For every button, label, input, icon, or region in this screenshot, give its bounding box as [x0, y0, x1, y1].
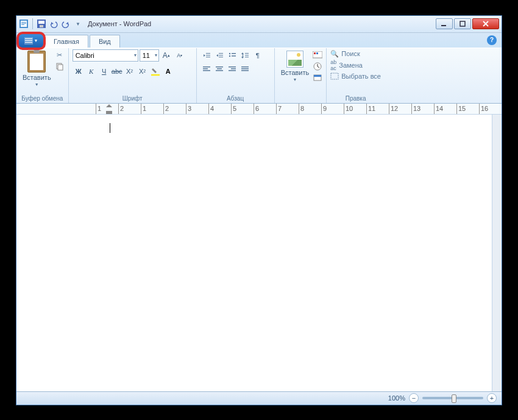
svg-rect-41 — [241, 68, 249, 69]
grow-font-icon[interactable]: A▴ — [160, 49, 172, 62]
svg-rect-43 — [313, 51, 322, 58]
shrink-font-icon[interactable]: A▾ — [174, 49, 186, 62]
font-color-button[interactable]: A — [162, 65, 174, 77]
cut-icon[interactable]: ✂ — [55, 51, 65, 60]
group-editing: 🔍Поиск abacЗамена Выбрать все Правка — [327, 48, 385, 103]
svg-rect-18 — [206, 55, 210, 55]
svg-rect-21 — [219, 55, 223, 55]
svg-rect-17 — [206, 53, 210, 54]
align-left-icon[interactable] — [200, 63, 213, 75]
svg-rect-40 — [241, 66, 249, 68]
copy-icon[interactable] — [55, 62, 65, 71]
zoom-out-button[interactable]: − — [409, 393, 419, 403]
wordpad-icon — [19, 19, 29, 29]
increase-indent-icon[interactable] — [213, 49, 225, 62]
svg-rect-39 — [229, 70, 236, 71]
svg-rect-37 — [229, 66, 236, 68]
svg-rect-29 — [245, 55, 249, 55]
insert-object-icon[interactable] — [313, 73, 322, 82]
svg-rect-16 — [151, 74, 160, 76]
titlebar: ▼ Документ - WordPad — [16, 16, 502, 33]
svg-rect-25 — [232, 53, 236, 54]
bold-button[interactable]: Ж — [73, 65, 85, 77]
svg-rect-31 — [203, 66, 210, 68]
help-icon[interactable]: ? — [487, 35, 497, 45]
font-name-combo[interactable]: Calibri — [73, 49, 138, 62]
close-button[interactable] — [472, 18, 499, 29]
svg-rect-35 — [217, 68, 222, 69]
vertical-scrollbar[interactable] — [492, 115, 502, 391]
tab-home[interactable]: Главная — [44, 35, 88, 48]
svg-rect-50 — [106, 111, 112, 114]
redo-icon[interactable] — [61, 19, 71, 29]
save-icon[interactable] — [37, 19, 46, 29]
italic-button[interactable]: К — [85, 65, 98, 77]
svg-rect-13 — [25, 42, 32, 43]
svg-rect-45 — [316, 52, 318, 54]
zoom-in-button[interactable]: + — [487, 393, 497, 403]
svg-rect-49 — [331, 73, 338, 79]
superscript-button[interactable]: X2 — [137, 65, 149, 77]
group-clipboard: Вставить ▼ ✂ Буфер обмена — [16, 48, 69, 103]
find-button[interactable]: 🔍Поиск — [330, 49, 381, 59]
svg-rect-8 — [441, 25, 446, 26]
tab-view[interactable]: Вид — [90, 35, 120, 48]
replace-button[interactable]: abacЗамена — [330, 59, 381, 72]
quick-access-toolbar: ▼ — [19, 18, 83, 29]
highlight-color-button[interactable] — [149, 65, 161, 77]
statusbar: 100% − + — [16, 391, 502, 405]
paste-button[interactable]: Вставить ▼ — [20, 49, 54, 88]
select-all-button[interactable]: Выбрать все — [330, 72, 381, 80]
ruler[interactable]: 121234567891011121314151617 — [16, 104, 502, 115]
svg-rect-28 — [245, 53, 249, 54]
svg-rect-9 — [460, 21, 465, 26]
underline-button[interactable]: Ч — [98, 65, 110, 77]
text-cursor — [110, 123, 110, 133]
svg-rect-33 — [203, 70, 210, 71]
svg-rect-19 — [206, 57, 210, 57]
svg-rect-6 — [38, 21, 44, 24]
svg-rect-3 — [21, 23, 26, 24]
svg-rect-34 — [216, 66, 223, 68]
svg-rect-12 — [25, 40, 32, 41]
font-size-combo[interactable]: 11 — [140, 49, 159, 62]
align-right-icon[interactable] — [226, 63, 238, 75]
zoom-slider[interactable] — [422, 397, 483, 399]
document-canvas[interactable] — [16, 115, 492, 391]
justify-icon[interactable] — [239, 63, 251, 75]
ribbon: Вставить ▼ ✂ Буфер обмена Calibri 11 A▴ … — [16, 48, 502, 104]
decrease-indent-icon[interactable] — [200, 49, 213, 62]
replace-icon: abac — [330, 59, 336, 71]
file-menu-button[interactable]: ▼ — [19, 34, 43, 48]
line-spacing-icon[interactable] — [239, 49, 251, 62]
datetime-icon[interactable] — [313, 62, 322, 71]
svg-point-23 — [229, 52, 230, 54]
group-insert: Вставить ▼ — [275, 48, 327, 103]
bullets-icon[interactable] — [226, 49, 238, 62]
window-title: Документ - WordPad — [88, 20, 151, 27]
zoom-level: 100% — [388, 394, 405, 402]
svg-rect-48 — [314, 75, 321, 77]
insert-picture-button[interactable]: Вставить ▼ — [279, 49, 312, 83]
minimize-button[interactable] — [436, 18, 453, 29]
svg-rect-30 — [245, 57, 249, 57]
undo-icon[interactable] — [49, 19, 59, 29]
group-font: Calibri 11 A▴ A▾ Ж К Ч abc X2 X2 A Шрифт — [69, 48, 197, 103]
subscript-button[interactable]: X2 — [124, 65, 136, 77]
paint-drawing-icon[interactable] — [313, 51, 322, 60]
svg-rect-38 — [231, 68, 236, 69]
paragraph-icon[interactable]: ¶ — [252, 49, 264, 62]
svg-rect-27 — [243, 54, 243, 57]
find-icon: 🔍 — [330, 50, 339, 58]
svg-rect-2 — [21, 22, 26, 23]
svg-rect-20 — [219, 53, 223, 54]
maximize-button[interactable] — [454, 18, 471, 29]
group-paragraph: ¶ Абзац — [197, 48, 275, 103]
svg-rect-36 — [216, 70, 223, 71]
svg-rect-15 — [58, 65, 63, 70]
svg-rect-26 — [232, 55, 236, 57]
window-controls — [435, 18, 499, 29]
align-center-icon[interactable] — [213, 63, 225, 75]
qat-dropdown-icon[interactable]: ▼ — [73, 19, 83, 29]
strikethrough-button[interactable]: abc — [111, 65, 123, 77]
